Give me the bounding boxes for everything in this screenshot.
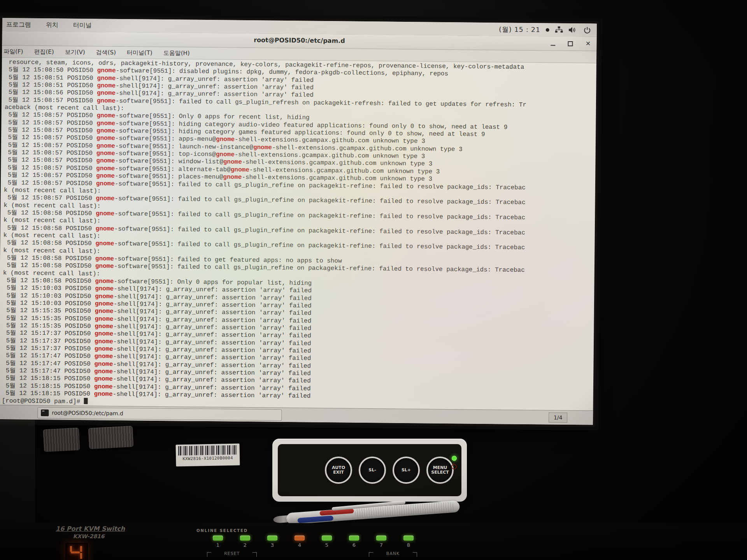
top-bar-menu[interactable]: 위치 xyxy=(46,21,58,29)
port-led-icon xyxy=(376,536,386,541)
reset-label: RESET xyxy=(224,551,240,556)
port-number: 5 xyxy=(325,542,328,548)
port-number: 3 xyxy=(271,542,274,548)
port-indicator: 7 xyxy=(368,536,395,548)
monitor-hinge-right xyxy=(88,426,134,449)
kvm-switch-front-panel: 16 Port KVM Switch KXW-2816 ONLINE SELEC… xyxy=(0,523,747,560)
network-icon[interactable] xyxy=(555,26,563,34)
power-led xyxy=(452,456,457,461)
menu-item[interactable]: 편집(E) xyxy=(34,48,54,55)
reset-bracket: RESET xyxy=(207,552,257,557)
kvm-model: KXW-2816 xyxy=(56,533,122,539)
prompt-text: [root@POSID50 pam.d]# xyxy=(2,398,84,406)
port-led-icon xyxy=(295,536,305,541)
osd-button: SL- xyxy=(359,457,386,484)
monitor-screen: 프로그램위치터미널 (월) 15 : 21 root@POSID50:/etc/… xyxy=(0,18,597,425)
taskbar-window-label: root@POSID50:/etc/pam.d xyxy=(52,410,123,416)
power-symbol-icon xyxy=(451,464,457,469)
volume-icon[interactable] xyxy=(569,26,577,34)
port-led-icon xyxy=(322,536,332,541)
top-bar-menus: 프로그램위치터미널 xyxy=(2,20,92,29)
barcode-sticker: KXW2816-X10120B0004 xyxy=(176,444,240,467)
osd-status-cluster xyxy=(451,456,457,469)
port-number: 8 xyxy=(407,542,410,548)
barcode-serial: KXW2816-X10120B0004 xyxy=(178,455,237,461)
minimize-icon[interactable] xyxy=(551,41,555,46)
port-led-icon xyxy=(267,536,277,541)
kvm-osd-button-panel: AUTO EXITSL-SL+MENU SELECT xyxy=(272,439,467,502)
notification-dot-icon xyxy=(546,28,549,32)
terminal-log: resource, steam, icons, odrs, packagekit… xyxy=(2,59,596,403)
port-led-row: 1 2 3 4 5 6 7 xyxy=(204,536,422,548)
terminal-output[interactable]: resource, steam, icons, odrs, packagekit… xyxy=(0,58,596,411)
port-led-icon xyxy=(240,536,250,541)
port-number: 2 xyxy=(244,542,247,548)
terminal-window: root@POSID50:/etc/pam.d ✕ 파일(F)편집(E)보기(V… xyxy=(0,31,597,411)
osd-button: AUTO EXIT xyxy=(325,457,352,484)
port-number: 6 xyxy=(352,542,356,548)
close-icon[interactable]: ✕ xyxy=(585,40,591,47)
photo-scene: 프로그램위치터미널 (월) 15 : 21 root@POSID50:/etc/… xyxy=(0,0,747,560)
menu-item[interactable]: 파일(F) xyxy=(4,48,23,55)
osd-button-row: AUTO EXITSL-SL+MENU SELECT xyxy=(278,444,461,496)
top-bar-menu[interactable]: 터미널 xyxy=(73,21,92,29)
workspace-pager[interactable]: 1/4 xyxy=(549,413,567,423)
port-indicator: 6 xyxy=(340,536,368,548)
menu-item[interactable]: 보기(V) xyxy=(65,48,85,56)
kvm-title: 16 Port KVM Switch xyxy=(56,525,122,532)
maximize-icon[interactable] xyxy=(568,41,573,46)
monitor-hinge-left xyxy=(43,428,80,452)
menu-item[interactable]: 터미널(T) xyxy=(127,49,153,57)
bank-bracket: BANK xyxy=(369,552,417,557)
port-indicator: 4 xyxy=(286,536,313,548)
osd-button: SL+ xyxy=(393,457,420,484)
port-led-icon xyxy=(349,536,359,541)
taskbar-window-button[interactable]: root@POSID50:/etc/pam.d xyxy=(37,407,282,420)
barcode-icon xyxy=(178,445,237,456)
bank-label: BANK xyxy=(386,551,400,556)
window-title: root@POSID50:/etc/pam.d xyxy=(2,34,596,47)
port-indicator: 2 xyxy=(231,536,259,548)
kvm-branding: 16 Port KVM Switch KXW-2816 xyxy=(56,525,122,539)
port-indicator: 5 xyxy=(313,536,340,548)
port-number: 4 xyxy=(298,542,301,548)
clock[interactable]: (월) 15 : 21 xyxy=(499,25,540,34)
terminal-app-icon xyxy=(41,410,49,416)
port-indicator: 1 xyxy=(204,536,231,548)
terminal-cursor xyxy=(84,398,88,404)
seven-segment-display xyxy=(65,543,88,560)
osd-button: MENU SELECT xyxy=(426,457,454,484)
port-led-icon xyxy=(403,536,414,541)
port-indicator: 3 xyxy=(259,536,286,548)
top-bar-status-area: (월) 15 : 21 xyxy=(499,25,597,35)
top-bar-menu[interactable]: 프로그램 xyxy=(6,21,31,29)
window-controls: ✕ xyxy=(551,37,591,51)
menu-item[interactable]: 도움말(H) xyxy=(163,49,190,57)
port-number: 1 xyxy=(216,542,219,548)
menu-item[interactable]: 검색(S) xyxy=(96,49,116,56)
port-indicator: 8 xyxy=(395,536,422,548)
port-number: 7 xyxy=(380,542,383,548)
online-selected-caption: ONLINE SELECTED xyxy=(196,528,248,533)
port-led-icon xyxy=(213,536,223,541)
power-icon[interactable] xyxy=(583,26,591,34)
